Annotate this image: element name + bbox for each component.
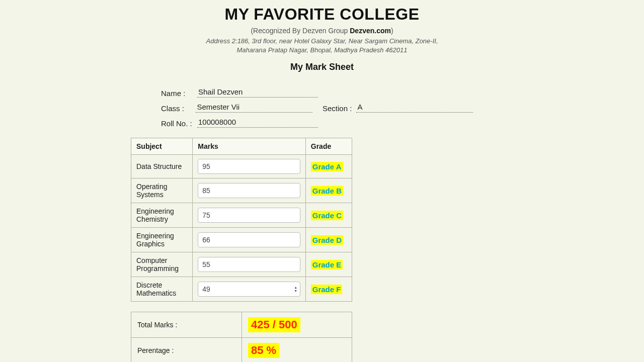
grade-badge: Grade F: [311, 285, 343, 294]
address-line-2: Maharana Pratap Nagar, Bhopal, Madhya Pr…: [96, 46, 548, 55]
total-marks-label: Total Marks :: [131, 312, 242, 338]
th-marks: Marks: [193, 138, 306, 155]
total-marks-value: 425 / 500: [248, 317, 300, 332]
marks-cell: [193, 178, 306, 203]
marks-cell: ▲▼: [193, 277, 306, 302]
number-stepper[interactable]: ▲▼: [292, 282, 300, 296]
section-label: Section :: [323, 104, 356, 113]
class-label: Class :: [161, 104, 196, 113]
student-info: Name : Shail Dezven Class : Semester Vii…: [161, 87, 483, 128]
grade-cell: Grade E: [305, 252, 352, 277]
page-title: MY FAVORITE COLLEGE: [96, 5, 548, 24]
class-value: Semester Vii: [196, 103, 312, 113]
percentage-value: 85 %: [248, 343, 279, 358]
grade-badge: Grade D: [311, 235, 343, 245]
name-value: Shail Dezven: [197, 87, 318, 98]
grade-cell: Grade B: [305, 178, 352, 203]
recognized-bold: Dezven.com: [350, 27, 391, 35]
marks-input[interactable]: [198, 183, 300, 198]
grade-cell: Grade A: [305, 155, 352, 178]
table-row: Engineering ChemistryGrade C: [131, 203, 352, 228]
subtitle: My Mark Sheet: [96, 62, 548, 72]
marks-table: Subject Marks Grade Data StructureGrade …: [131, 138, 352, 302]
grade-cell: Grade D: [305, 228, 352, 252]
subject-cell: Engineering Chemistry: [131, 203, 193, 228]
recognized-line: (Recognized By Dezven Group Dezven.com): [96, 27, 548, 35]
grade-badge: Grade C: [311, 211, 343, 220]
th-subject: Subject: [131, 138, 193, 155]
chevron-up-icon[interactable]: ▲: [292, 286, 300, 289]
marks-cell: [193, 228, 306, 252]
marks-input[interactable]: [198, 282, 300, 297]
address-line-1: Address 2:186, 3rd floor, near Hotel Gal…: [96, 37, 548, 46]
subject-cell: Data Structure: [131, 155, 193, 178]
name-label: Name :: [161, 89, 197, 98]
subject-cell: Discrete Mathematics: [131, 277, 193, 302]
marks-input[interactable]: [198, 159, 300, 174]
section-value: A: [356, 103, 473, 113]
subject-cell: Engineering Graphics: [131, 228, 193, 252]
roll-value: 100008000: [197, 118, 318, 128]
recognized-post: ): [391, 27, 393, 35]
marks-cell: [193, 252, 306, 277]
subject-cell: Computer Programming: [131, 252, 193, 277]
table-row: Computer ProgrammingGrade E: [131, 252, 352, 277]
summary-table: Total Marks : 425 / 500 Perentage : 85 %…: [131, 312, 352, 362]
marks-cell: [193, 155, 306, 178]
th-grade: Grade: [305, 138, 352, 155]
table-row: Operating SystemsGrade B: [131, 178, 352, 203]
grade-badge: Grade A: [311, 162, 343, 171]
roll-label: Roll No. :: [161, 119, 197, 128]
recognized-pre: (Recognized By Dezven Group: [251, 27, 350, 35]
table-row: Engineering GraphicsGrade D: [131, 228, 352, 252]
marks-cell: [193, 203, 306, 228]
marks-input[interactable]: [198, 257, 300, 272]
table-row: Discrete Mathematics▲▼Grade F: [131, 277, 352, 302]
grade-badge: Grade E: [311, 260, 343, 269]
subject-cell: Operating Systems: [131, 178, 193, 203]
grade-cell: Grade C: [305, 203, 352, 228]
chevron-down-icon[interactable]: ▼: [292, 289, 300, 293]
marks-input[interactable]: [198, 232, 300, 247]
grade-badge: Grade B: [311, 186, 343, 196]
percentage-label: Perentage :: [131, 338, 242, 362]
grade-cell: Grade F: [305, 277, 352, 302]
table-row: Data StructureGrade A: [131, 155, 352, 178]
marks-input[interactable]: [198, 208, 300, 223]
